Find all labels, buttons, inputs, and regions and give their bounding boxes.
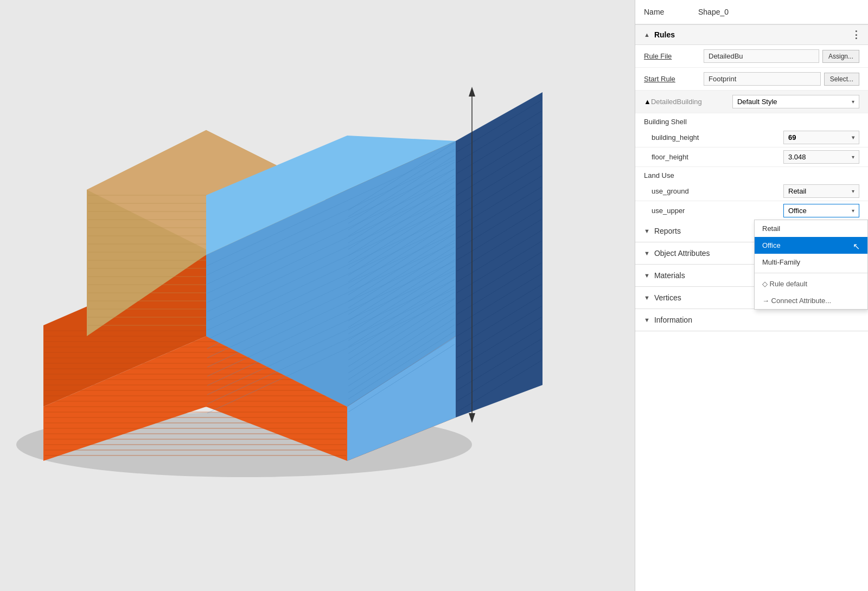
select-button[interactable]: Select... [824,73,859,86]
reports-title: Reports [654,227,681,235]
properties-panel: Name Shape_0 ▲ Rules ⋮ Rule File Detaile… [635,0,868,591]
reports-chevron: ▼ [644,228,650,234]
default-style-select[interactable]: Default Style ▾ [732,95,859,108]
building-height-label: building_height [652,133,783,142]
dropdown-item-rule-default[interactable]: ◇ Rule default [755,275,867,292]
vertices-chevron: ▼ [644,294,650,301]
building-height-value: 69 [788,133,796,142]
name-label: Name [644,8,693,16]
detailed-chevron: ▲ [644,98,651,106]
svg-marker-141 [469,87,475,97]
information-header[interactable]: ▼ Information [635,309,868,331]
dropdown-item-retail[interactable]: Retail [755,220,867,237]
detailed-building-row: ▲ DetailedBuilding Default Style ▾ [635,91,868,113]
building-height-value-container[interactable]: 69 ▾ [783,131,859,144]
use-upper-label: use_upper [652,207,783,215]
dropdown-item-multifamily[interactable]: Multi-Family [755,254,867,271]
default-style-arrow: ▾ [852,99,854,105]
start-rule-label[interactable]: Start Rule [644,75,704,83]
use-ground-value: Retail [788,187,806,195]
materials-title: Materials [654,271,685,280]
dropdown-divider [755,273,867,273]
building-height-arrow: ▾ [852,134,854,140]
object-attributes-title: Object Attributes [654,249,710,258]
building-shell-label: Building Shell [635,113,868,128]
use-ground-arrow: ▾ [852,188,854,194]
rules-chevron: ▲ [644,31,650,38]
start-rule-value: Footprint [704,72,821,86]
start-rule-row: Start Rule Footprint Select... [635,68,868,91]
use-ground-value-container[interactable]: Retail ▾ [783,184,859,198]
dropdown-item-connect-attribute[interactable]: → Connect Attribute... [755,292,867,309]
rules-content: Rule File DetailedBu Assign... Start Rul… [635,45,868,91]
use-upper-arrow: ▾ [852,208,854,214]
3d-viewport[interactable] [0,0,635,591]
use-ground-label: use_ground [652,187,783,195]
default-style-value: Default Style [737,98,777,106]
object-attributes-chevron: ▼ [644,250,650,256]
use-upper-dropdown: Retail Office ↖ Multi-Family ◇ Rule defa… [754,220,868,310]
floor-height-value: 3.048 [788,153,806,161]
name-row: Name Shape_0 [635,0,868,24]
svg-marker-114 [456,92,542,417]
dropdown-item-office[interactable]: Office ↖ [755,237,867,254]
floor-height-value-container[interactable]: 3.048 ▾ [783,150,859,164]
detailed-building-label: DetailedBuilding [651,98,732,106]
use-ground-row: use_ground Retail ▾ [635,182,868,201]
land-use-label: Land Use [635,167,868,182]
rules-title: Rules [654,30,675,39]
use-upper-value: Office [788,207,807,215]
building-height-row: building_height 69 ▾ [635,128,868,147]
information-section: ▼ Information [635,309,868,331]
rules-section-header[interactable]: ▲ Rules ⋮ [635,24,868,45]
cursor-icon: ↖ [853,241,860,252]
rule-file-row: Rule File DetailedBu Assign... [635,45,868,68]
rule-file-value: DetailedBu [704,49,819,63]
use-upper-select[interactable]: Office ▾ [783,204,859,217]
rules-options-icon[interactable]: ⋮ [851,29,861,41]
use-upper-row[interactable]: use_upper Office ▾ Retail Office ↖ Multi… [635,201,868,220]
assign-button[interactable]: Assign... [822,50,859,63]
floor-height-row: floor_height 3.048 ▾ [635,147,868,167]
information-title: Information [654,316,692,324]
materials-chevron: ▼ [644,272,650,279]
vertices-title: Vertices [654,293,681,302]
information-chevron: ▼ [644,317,650,323]
floor-height-label: floor_height [652,153,783,161]
name-value: Shape_0 [698,8,729,16]
svg-marker-142 [469,413,475,423]
floor-height-arrow: ▾ [852,154,854,160]
rule-file-label[interactable]: Rule File [644,52,704,60]
